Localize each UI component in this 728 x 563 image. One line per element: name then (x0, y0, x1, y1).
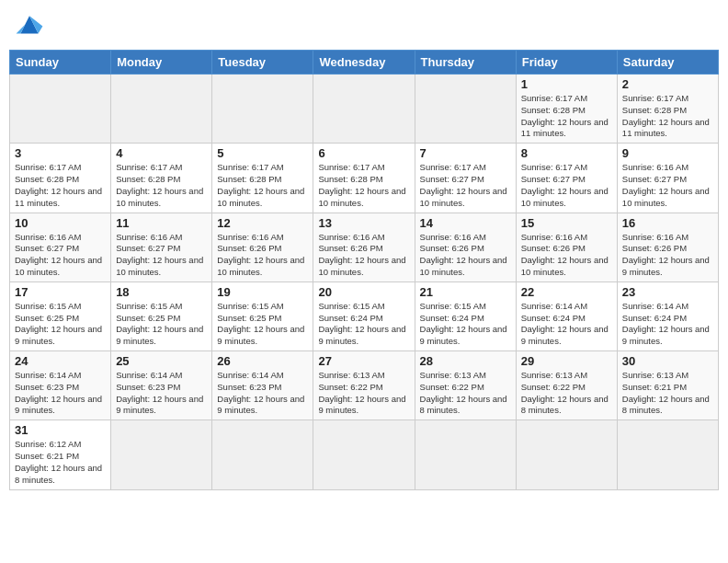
calendar-cell: 31Sunrise: 6:12 AM Sunset: 6:21 PM Dayli… (10, 420, 111, 489)
calendar-cell: 23Sunrise: 6:14 AM Sunset: 6:24 PM Dayli… (617, 282, 718, 350)
day-info: Sunrise: 6:15 AM Sunset: 6:24 PM Dayligh… (318, 301, 409, 348)
day-number: 24 (15, 354, 106, 368)
calendar-cell: 19Sunrise: 6:15 AM Sunset: 6:25 PM Dayli… (212, 282, 313, 350)
day-info: Sunrise: 6:16 AM Sunset: 6:27 PM Dayligh… (15, 232, 106, 279)
calendar-week-row: 24Sunrise: 6:14 AM Sunset: 6:23 PM Dayli… (10, 351, 719, 420)
day-number: 14 (420, 216, 511, 230)
calendar-table: SundayMondayTuesdayWednesdayThursdayFrid… (9, 50, 719, 490)
day-info: Sunrise: 6:13 AM Sunset: 6:22 PM Dayligh… (318, 370, 409, 417)
calendar-week-row: 10Sunrise: 6:16 AM Sunset: 6:27 PM Dayli… (10, 213, 719, 282)
day-number: 19 (217, 285, 308, 299)
calendar-cell: 22Sunrise: 6:14 AM Sunset: 6:24 PM Dayli… (516, 282, 617, 350)
day-info: Sunrise: 6:13 AM Sunset: 6:22 PM Dayligh… (521, 370, 612, 417)
calendar-cell: 21Sunrise: 6:15 AM Sunset: 6:24 PM Dayli… (415, 282, 516, 350)
weekday-header-friday: Friday (516, 51, 617, 75)
calendar-week-row: 1Sunrise: 6:17 AM Sunset: 6:28 PM Daylig… (10, 75, 719, 144)
calendar-cell: 17Sunrise: 6:15 AM Sunset: 6:25 PM Dayli… (10, 282, 111, 350)
calendar-week-row: 3Sunrise: 6:17 AM Sunset: 6:28 PM Daylig… (10, 144, 719, 213)
day-info: Sunrise: 6:14 AM Sunset: 6:23 PM Dayligh… (116, 370, 207, 417)
day-number: 7 (420, 146, 511, 160)
day-number: 15 (521, 216, 612, 230)
day-info: Sunrise: 6:16 AM Sunset: 6:27 PM Dayligh… (116, 232, 207, 279)
calendar-cell: 18Sunrise: 6:15 AM Sunset: 6:25 PM Dayli… (111, 282, 212, 350)
day-number: 23 (622, 285, 713, 299)
day-info: Sunrise: 6:17 AM Sunset: 6:28 PM Dayligh… (116, 162, 207, 209)
calendar-cell: 7Sunrise: 6:17 AM Sunset: 6:27 PM Daylig… (415, 144, 516, 213)
day-number: 1 (521, 77, 612, 91)
day-info: Sunrise: 6:16 AM Sunset: 6:26 PM Dayligh… (217, 232, 308, 279)
day-number: 9 (622, 146, 713, 160)
day-number: 11 (116, 216, 207, 230)
day-info: Sunrise: 6:16 AM Sunset: 6:26 PM Dayligh… (521, 232, 612, 279)
calendar-cell: 3Sunrise: 6:17 AM Sunset: 6:28 PM Daylig… (10, 144, 111, 213)
day-info: Sunrise: 6:17 AM Sunset: 6:28 PM Dayligh… (622, 93, 713, 140)
weekday-header-wednesday: Wednesday (313, 51, 415, 75)
weekday-header-saturday: Saturday (617, 51, 718, 75)
weekday-header-row: SundayMondayTuesdayWednesdayThursdayFrid… (10, 51, 719, 75)
day-info: Sunrise: 6:17 AM Sunset: 6:27 PM Dayligh… (420, 162, 511, 209)
day-info: Sunrise: 6:17 AM Sunset: 6:28 PM Dayligh… (521, 93, 612, 140)
calendar-cell: 27Sunrise: 6:13 AM Sunset: 6:22 PM Dayli… (313, 351, 415, 420)
day-number: 22 (521, 285, 612, 299)
calendar-cell: 16Sunrise: 6:16 AM Sunset: 6:26 PM Dayli… (617, 213, 718, 282)
calendar-cell: 5Sunrise: 6:17 AM Sunset: 6:28 PM Daylig… (212, 144, 313, 213)
day-info: Sunrise: 6:14 AM Sunset: 6:24 PM Dayligh… (622, 301, 713, 348)
day-info: Sunrise: 6:12 AM Sunset: 6:21 PM Dayligh… (15, 439, 106, 486)
calendar-cell: 11Sunrise: 6:16 AM Sunset: 6:27 PM Dayli… (111, 213, 212, 282)
calendar-cell (313, 75, 415, 144)
day-number: 30 (622, 354, 713, 368)
day-info: Sunrise: 6:17 AM Sunset: 6:28 PM Dayligh… (15, 162, 106, 209)
calendar-cell: 10Sunrise: 6:16 AM Sunset: 6:27 PM Dayli… (10, 213, 111, 282)
day-number: 20 (318, 285, 409, 299)
day-number: 28 (420, 354, 511, 368)
day-info: Sunrise: 6:17 AM Sunset: 6:27 PM Dayligh… (521, 162, 612, 209)
calendar-cell: 28Sunrise: 6:13 AM Sunset: 6:22 PM Dayli… (415, 351, 516, 420)
calendar-cell: 4Sunrise: 6:17 AM Sunset: 6:28 PM Daylig… (111, 144, 212, 213)
day-number: 31 (15, 423, 106, 437)
day-info: Sunrise: 6:16 AM Sunset: 6:26 PM Dayligh… (420, 232, 511, 279)
day-number: 27 (318, 354, 409, 368)
logo (15, 13, 48, 39)
day-info: Sunrise: 6:14 AM Sunset: 6:23 PM Dayligh… (217, 370, 308, 417)
weekday-header-tuesday: Tuesday (212, 51, 313, 75)
day-info: Sunrise: 6:14 AM Sunset: 6:24 PM Dayligh… (521, 301, 612, 348)
day-number: 3 (15, 146, 106, 160)
day-number: 8 (521, 146, 612, 160)
weekday-header-thursday: Thursday (415, 51, 516, 75)
calendar-cell (617, 420, 718, 489)
day-number: 6 (318, 146, 409, 160)
calendar-cell (212, 420, 313, 489)
calendar-cell (212, 75, 313, 144)
calendar-cell: 24Sunrise: 6:14 AM Sunset: 6:23 PM Dayli… (10, 351, 111, 420)
header (9, 9, 719, 42)
day-number: 12 (217, 216, 308, 230)
calendar-cell (516, 420, 617, 489)
weekday-header-sunday: Sunday (10, 51, 111, 75)
calendar-cell: 2Sunrise: 6:17 AM Sunset: 6:28 PM Daylig… (617, 75, 718, 144)
calendar-cell: 26Sunrise: 6:14 AM Sunset: 6:23 PM Dayli… (212, 351, 313, 420)
calendar-week-row: 31Sunrise: 6:12 AM Sunset: 6:21 PM Dayli… (10, 420, 719, 489)
calendar-cell: 14Sunrise: 6:16 AM Sunset: 6:26 PM Dayli… (415, 213, 516, 282)
day-number: 29 (521, 354, 612, 368)
calendar-cell: 30Sunrise: 6:13 AM Sunset: 6:21 PM Dayli… (617, 351, 718, 420)
calendar-cell: 13Sunrise: 6:16 AM Sunset: 6:26 PM Dayli… (313, 213, 415, 282)
calendar-cell (10, 75, 111, 144)
day-info: Sunrise: 6:16 AM Sunset: 6:26 PM Dayligh… (318, 232, 409, 279)
day-info: Sunrise: 6:15 AM Sunset: 6:25 PM Dayligh… (116, 301, 207, 348)
day-number: 4 (116, 146, 207, 160)
day-number: 10 (15, 216, 106, 230)
calendar-cell: 6Sunrise: 6:17 AM Sunset: 6:28 PM Daylig… (313, 144, 415, 213)
calendar-cell: 15Sunrise: 6:16 AM Sunset: 6:26 PM Dayli… (516, 213, 617, 282)
day-info: Sunrise: 6:17 AM Sunset: 6:28 PM Dayligh… (318, 162, 409, 209)
logo-svg (15, 13, 44, 39)
day-number: 26 (217, 354, 308, 368)
day-info: Sunrise: 6:16 AM Sunset: 6:26 PM Dayligh… (622, 232, 713, 279)
calendar-cell: 25Sunrise: 6:14 AM Sunset: 6:23 PM Dayli… (111, 351, 212, 420)
calendar-week-row: 17Sunrise: 6:15 AM Sunset: 6:25 PM Dayli… (10, 282, 719, 350)
day-info: Sunrise: 6:14 AM Sunset: 6:23 PM Dayligh… (15, 370, 106, 417)
day-info: Sunrise: 6:16 AM Sunset: 6:27 PM Dayligh… (622, 162, 713, 209)
weekday-header-monday: Monday (111, 51, 212, 75)
day-info: Sunrise: 6:15 AM Sunset: 6:25 PM Dayligh… (217, 301, 308, 348)
day-number: 2 (622, 77, 713, 91)
calendar-cell: 8Sunrise: 6:17 AM Sunset: 6:27 PM Daylig… (516, 144, 617, 213)
